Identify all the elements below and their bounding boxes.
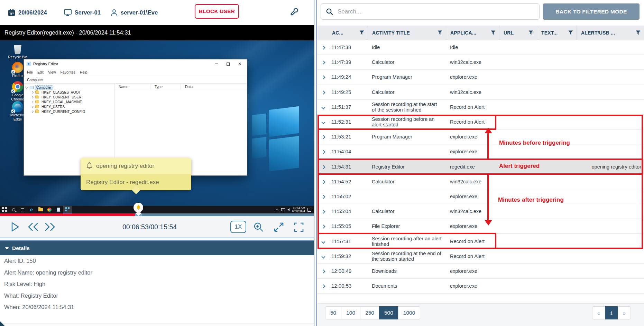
playback-speed-button[interactable]: 1X xyxy=(230,221,246,233)
expand-chevron-icon[interactable] xyxy=(321,225,325,229)
prev-page-button[interactable]: « xyxy=(592,306,605,319)
column-header-0[interactable]: AC... xyxy=(328,26,368,40)
regedit-menu-item: Favorites xyxy=(61,70,75,74)
column-header-4[interactable]: TEXT... xyxy=(537,26,577,40)
session-info-toolbar: 20/06/2024 Server-01 server-01\Eve BLOCK… xyxy=(0,0,314,25)
settings-wrench-icon[interactable] xyxy=(288,7,300,19)
corner-resize-mark xyxy=(0,321,5,326)
page-size-100[interactable]: 100 xyxy=(341,306,360,319)
expand-chevron-icon[interactable] xyxy=(321,240,325,243)
table-row[interactable]: 11:52:31Session recording before an aler… xyxy=(318,115,644,130)
application-cell: Record on Alert xyxy=(446,119,499,125)
expand-chevron-icon[interactable] xyxy=(321,105,325,109)
panel-splitter[interactable] xyxy=(314,0,317,326)
video-timeline[interactable] xyxy=(0,213,314,216)
expand-chevron-icon[interactable] xyxy=(321,269,325,273)
table-row[interactable]: 11:53:21Program Managerexplorer.exe xyxy=(318,130,644,144)
table-row[interactable]: 11:59:32Session recording at the end of … xyxy=(318,249,644,264)
table-row[interactable]: 11:55:05File Explorerexplorer.exe xyxy=(318,219,644,234)
activity-title-cell: Calculator xyxy=(368,59,446,65)
taskbar-app-icon xyxy=(54,206,63,213)
expand-chevron-icon[interactable] xyxy=(321,135,325,139)
tray-chevron-icon xyxy=(276,209,279,211)
alert-tooltip: opening registry editor Registry Editor … xyxy=(81,158,191,190)
filter-funnel-icon[interactable] xyxy=(568,30,573,35)
activity-title-cell: Program Manager xyxy=(368,74,446,80)
expand-chevron-icon[interactable] xyxy=(321,90,325,94)
pager: « 1 » xyxy=(592,306,631,319)
expand-chevron-icon[interactable] xyxy=(321,284,325,288)
table-row[interactable]: 12:00:53Documentsexplorer.exe xyxy=(318,279,644,294)
expand-chevron-icon[interactable] xyxy=(321,195,325,199)
table-row[interactable]: 11:54:52Calculatorwin32calc.exe xyxy=(318,174,644,189)
current-page-button[interactable]: 1 xyxy=(605,306,618,319)
search-box xyxy=(321,3,540,20)
table-row[interactable]: 12:00:49Downloadsexplorer.exe xyxy=(318,264,644,279)
column-header-1[interactable]: ACTIVITY TITLE xyxy=(368,26,446,40)
details-section-header[interactable]: Details xyxy=(0,241,314,255)
filter-funnel-icon[interactable] xyxy=(491,30,496,35)
filter-funnel-icon[interactable] xyxy=(528,30,533,35)
expand-view-button[interactable] xyxy=(273,221,284,234)
activity-time-cell: 11:47:38 xyxy=(328,45,368,50)
alert-usb-cell: opening registry editor xyxy=(577,164,644,170)
regedit-addressbar: Computer xyxy=(24,76,247,84)
expand-chevron-icon[interactable] xyxy=(321,255,325,258)
task-view-icon xyxy=(18,206,27,213)
expand-chevron-icon[interactable] xyxy=(321,180,325,184)
expand-chevron-icon[interactable] xyxy=(321,61,325,65)
expand-chevron-icon[interactable] xyxy=(321,76,325,79)
table-row[interactable]: 11:55:02explorer.exe xyxy=(318,189,644,204)
table-row[interactable]: 11:57:31Session recording after an alert… xyxy=(318,234,644,249)
network-icon xyxy=(281,208,285,211)
column-header-5[interactable]: ALERT/USB ... xyxy=(577,26,644,40)
page-size-1000[interactable]: 1000 xyxy=(398,306,420,319)
activity-title-cell: Idle xyxy=(368,45,446,50)
windows-logo xyxy=(269,106,299,137)
search-input[interactable] xyxy=(338,8,524,15)
table-row[interactable]: 11:54:04explorer.exe xyxy=(318,144,644,159)
alert-marker-pin[interactable] xyxy=(134,203,143,216)
table-row[interactable]: 11:55:04Calculatorwin32calc.exe xyxy=(318,204,644,219)
expand-chevron-icon[interactable] xyxy=(321,120,325,124)
activity-time-cell: 11:57:31 xyxy=(328,239,368,244)
page-size-250[interactable]: 250 xyxy=(360,306,379,319)
tooltip-alert-name: opening registry editor xyxy=(96,163,154,170)
expand-chevron-icon[interactable] xyxy=(321,46,325,49)
table-row[interactable]: 11:47:38IdleIdle xyxy=(318,40,644,55)
filter-funnel-icon[interactable] xyxy=(359,30,364,35)
table-row[interactable]: 11:49:25Calculatorwin32calc.exe xyxy=(318,85,644,100)
fast-forward-button[interactable] xyxy=(43,221,57,233)
activity-time-cell: 11:54:31 xyxy=(328,164,368,170)
registry-tree-item: HKEY_CLASSES_ROOT xyxy=(24,90,114,95)
page-size-500[interactable]: 500 xyxy=(379,306,398,319)
activity-title-cell: File Explorer xyxy=(368,223,446,229)
zoom-in-button[interactable] xyxy=(253,221,264,234)
details-line: Alert Name: opening registry editor xyxy=(0,267,314,279)
alert-bell-icon xyxy=(136,205,141,210)
table-row[interactable]: 11:49:24Program Managerexplorer.exe xyxy=(318,70,644,85)
expand-chevron-icon[interactable] xyxy=(321,150,325,154)
fullscreen-button[interactable] xyxy=(293,221,304,234)
activity-time-cell: 11:55:02 xyxy=(328,194,368,199)
play-button[interactable] xyxy=(10,221,20,233)
application-cell: win32calc.exe xyxy=(446,209,499,214)
back-to-filtered-mode-button[interactable]: BACK TO FILTERED MODE xyxy=(543,3,640,20)
rewind-button[interactable] xyxy=(26,221,40,233)
table-row[interactable]: 11:54:31Registry Editorregedit.exeopenin… xyxy=(318,160,644,174)
regedit-column-name: Name xyxy=(114,84,150,90)
table-row[interactable]: 11:47:39Calculatorwin32calc.exe xyxy=(318,55,644,70)
column-header-2[interactable]: APPLICA... xyxy=(446,26,499,40)
next-page-button[interactable]: » xyxy=(618,306,631,319)
expand-chevron-icon[interactable] xyxy=(321,210,325,213)
table-row[interactable]: 11:51:37Session recording at the start o… xyxy=(318,100,644,115)
column-header-3[interactable]: URL xyxy=(499,26,537,40)
filter-funnel-icon[interactable] xyxy=(636,30,641,35)
activity-title-cell: Registry Editor xyxy=(368,164,446,170)
block-user-button[interactable]: BLOCK USER xyxy=(195,4,239,19)
computer-name: Server-01 xyxy=(75,9,101,16)
filter-funnel-icon[interactable] xyxy=(438,30,442,35)
page-size-50[interactable]: 50 xyxy=(325,306,341,319)
activity-time-cell: 11:55:04 xyxy=(328,209,368,214)
expand-chevron-icon[interactable] xyxy=(321,165,325,169)
